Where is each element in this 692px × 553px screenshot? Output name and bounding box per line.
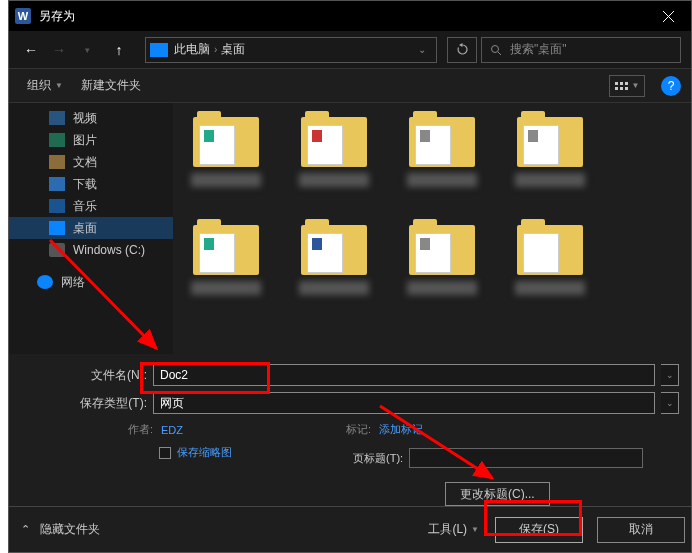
- filetype-dropdown[interactable]: ⌄: [661, 392, 679, 414]
- toolbar: 组织▼ 新建文件夹 ▼ ?: [9, 69, 691, 103]
- forward-button[interactable]: →: [47, 38, 71, 62]
- folder-item[interactable]: [401, 111, 483, 211]
- desktop-icon: [49, 221, 65, 235]
- folder-item[interactable]: [293, 111, 375, 211]
- save-options: 文件名(N): ⌄ 保存类型(T): ⌄ 作者: EDZ 标记: 添加标记 保存…: [9, 354, 691, 506]
- save-as-dialog: W 另存为 ← → ▾ ↑ 此电脑 › 桌面 ⌄ 搜索"桌面" 组织▼ 新建文件…: [8, 0, 692, 553]
- save-thumbnail-checkbox[interactable]: [159, 447, 171, 459]
- documents-icon: [49, 155, 65, 169]
- filetype-label: 保存类型(T):: [21, 395, 147, 412]
- tags-value[interactable]: 添加标记: [379, 422, 423, 437]
- dialog-footer: ⌃ 隐藏文件夹 工具(L)▼ 保存(S) 取消: [9, 506, 691, 552]
- address-dropdown[interactable]: ⌄: [410, 44, 434, 55]
- nav-tree: 视频 图片 文档 下载 音乐 桌面 Windows (C:) 网络: [9, 103, 173, 354]
- recent-dropdown[interactable]: ▾: [75, 38, 99, 62]
- folder-item[interactable]: [401, 219, 483, 319]
- folder-item[interactable]: [509, 111, 591, 211]
- filename-label: 文件名(N):: [21, 367, 147, 384]
- videos-icon: [49, 111, 65, 125]
- pictures-icon: [49, 133, 65, 147]
- refresh-button[interactable]: [447, 37, 477, 63]
- search-input[interactable]: 搜索"桌面": [481, 37, 681, 63]
- titlebar: W 另存为: [9, 1, 691, 31]
- sidebar-item-c-drive[interactable]: Windows (C:): [9, 239, 173, 261]
- author-value[interactable]: EDZ: [161, 424, 183, 436]
- change-title-button[interactable]: 更改标题(C)...: [445, 482, 550, 506]
- breadcrumb-desktop[interactable]: 桌面: [221, 41, 245, 58]
- folder-item[interactable]: [185, 111, 267, 211]
- chevron-right-icon: ›: [214, 44, 217, 55]
- music-icon: [49, 199, 65, 213]
- sidebar-item-network[interactable]: 网络: [9, 271, 173, 293]
- save-button[interactable]: 保存(S): [495, 517, 583, 543]
- breadcrumb-pc[interactable]: 此电脑: [174, 41, 210, 58]
- sidebar-item-documents[interactable]: 文档: [9, 151, 173, 173]
- new-folder-button[interactable]: 新建文件夹: [73, 73, 149, 98]
- downloads-icon: [49, 177, 65, 191]
- hide-folders-button[interactable]: 隐藏文件夹: [40, 521, 100, 538]
- sidebar-item-desktop[interactable]: 桌面: [9, 217, 173, 239]
- network-icon: [37, 275, 53, 289]
- up-button[interactable]: ↑: [107, 38, 131, 62]
- help-button[interactable]: ?: [661, 76, 681, 96]
- save-thumbnail-label: 保存缩略图: [177, 445, 232, 460]
- filetype-select[interactable]: [153, 392, 655, 414]
- folder-item[interactable]: [509, 219, 591, 319]
- search-placeholder: 搜索"桌面": [510, 41, 567, 58]
- cancel-button[interactable]: 取消: [597, 517, 685, 543]
- page-title-input[interactable]: [409, 448, 643, 468]
- sidebar-item-pictures[interactable]: 图片: [9, 129, 173, 151]
- sidebar-item-downloads[interactable]: 下载: [9, 173, 173, 195]
- expand-icon[interactable]: ⌃: [21, 523, 30, 536]
- folder-item[interactable]: [185, 219, 267, 319]
- location-icon: [150, 43, 168, 57]
- back-button[interactable]: ←: [19, 38, 43, 62]
- address-bar[interactable]: 此电脑 › 桌面 ⌄: [145, 37, 437, 63]
- filename-input[interactable]: [153, 364, 655, 386]
- author-label: 作者:: [119, 422, 153, 437]
- window-title: 另存为: [39, 8, 646, 25]
- sidebar-item-music[interactable]: 音乐: [9, 195, 173, 217]
- page-title-label: 页标题(T):: [353, 451, 403, 466]
- tags-label: 标记:: [331, 422, 371, 437]
- folder-item[interactable]: [293, 219, 375, 319]
- organize-menu[interactable]: 组织▼: [19, 73, 71, 98]
- drive-icon: [49, 243, 65, 257]
- search-icon: [490, 44, 502, 56]
- file-list[interactable]: [173, 103, 691, 354]
- close-button[interactable]: [646, 1, 691, 31]
- filename-dropdown[interactable]: ⌄: [661, 364, 679, 386]
- sidebar-item-videos[interactable]: 视频: [9, 107, 173, 129]
- tools-menu[interactable]: 工具(L)▼: [428, 521, 479, 538]
- svg-point-0: [492, 45, 499, 52]
- word-app-icon: W: [15, 8, 31, 24]
- view-options-button[interactable]: ▼: [609, 75, 645, 97]
- nav-bar: ← → ▾ ↑ 此电脑 › 桌面 ⌄ 搜索"桌面": [9, 31, 691, 69]
